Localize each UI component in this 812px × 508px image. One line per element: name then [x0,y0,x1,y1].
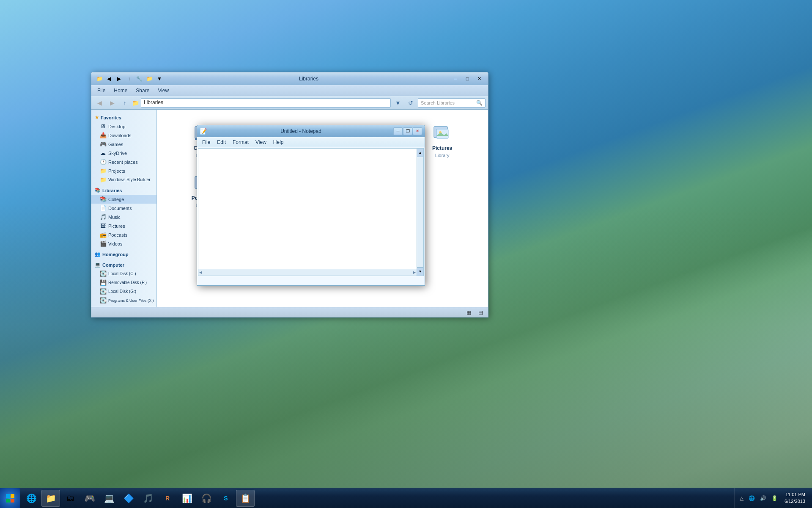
quick-access-up[interactable]: ↑ [124,75,134,83]
sidebar-section-favorites: ★ Favorites 🖥 Desktop 📥 Downloads 🎮 Game… [91,113,156,184]
search-box[interactable]: Search Libraries 🔍 [418,98,486,108]
favorites-label: Favorites [101,115,121,120]
notepad-text-input[interactable] [198,149,423,276]
quick-access-dropdown[interactable]: ▼ [155,75,164,83]
statusbar-details-btn[interactable]: ▤ [476,309,485,316]
notepad-titlebar: 📝 Untitled - Notepad ─ ❐ ✕ [197,125,425,137]
steam-icon: 🎮 [85,493,95,503]
notepad-vertical-scrollbar[interactable]: ▲ ▼ [417,149,423,276]
tray-battery-icon[interactable]: 🔋 [770,494,779,502]
taskbar-music[interactable]: 🎵 [139,490,157,507]
address-bar-input[interactable]: Libraries [141,98,391,108]
recent-icon: 🕐 [100,159,106,165]
sidebar-item-local-g[interactable]: 💽 Local Disk (G:) [91,287,156,296]
pictures-library-name: Pictures [432,145,452,151]
taskbar-vs2[interactable]: 🔷 [119,490,138,507]
tray-clock[interactable]: 11:01 PM 6/12/2013 [781,491,809,505]
tray-volume-icon[interactable]: 🔊 [758,494,768,502]
notepad-minimize-button[interactable]: ─ [393,127,403,135]
sidebar-item-local-g-label: Local Disk (G:) [108,289,136,294]
sidebar-item-wsb[interactable]: 📁 Windows Style Builder [91,175,156,184]
sidebar-item-programs-x[interactable]: 💽 Programs & User Files (X:) [91,296,156,305]
sidebar-item-local-c[interactable]: 💽 Local Disk (C:) [91,269,156,278]
sidebar-item-pictures-label: Pictures [108,224,125,229]
desktop-icon: 🖥 [100,123,106,130]
notepad-menu-edit[interactable]: Edit [214,138,229,146]
sidebar-section-network: 🌐 Network [91,306,156,307]
menu-share[interactable]: Share [132,86,154,95]
start-button[interactable] [0,488,20,508]
notepad-window-title: Untitled - Notepad [208,128,393,134]
scroll-right-arrow[interactable]: ▶ [413,271,416,274]
taskbar-resharper[interactable]: R [158,490,177,507]
explorer-minimize-button[interactable]: ─ [450,75,461,83]
taskbar-skype[interactable]: S [217,490,235,507]
notepad-horizontal-scrollbar[interactable]: ◀ ▶ [198,269,417,276]
sidebar-item-downloads[interactable]: 📥 Downloads [91,131,156,140]
sidebar-item-skydrive[interactable]: ☁ SkyDrive [91,149,156,157]
notepad-menu-help[interactable]: Help [270,138,287,146]
quick-access-forward[interactable]: ▶ [114,75,123,83]
sidebar-item-college-label: College [108,197,124,202]
sidebar-libraries-header[interactable]: 📚 Libraries [91,186,156,195]
podcasts-lib-icon: 📻 [100,232,106,238]
address-dropdown-button[interactable]: ▼ [392,98,403,108]
notepad-taskbar-icon: 📋 [240,493,251,503]
taskbar-file-manager[interactable]: 🗂 [61,490,80,507]
notepad-close-button[interactable]: ✕ [413,127,422,135]
nav-back-button[interactable]: ◀ [94,98,105,108]
nav-forward-button[interactable]: ▶ [107,98,118,108]
downloads-icon: 📥 [100,132,106,138]
sidebar-item-desktop[interactable]: 🖥 Desktop [91,122,156,131]
scroll-left-arrow[interactable]: ◀ [199,271,202,274]
statusbar-large-icons-btn[interactable]: ▦ [464,309,473,316]
taskbar-explorer[interactable]: 📁 [41,490,60,507]
sidebar-item-games[interactable]: 🎮 Games [91,140,156,149]
explorer-addressbar: ◀ ▶ ↑ 📁 Libraries ▼ ↺ Search Libraries 🔍 [91,96,488,110]
tray-notification-arrow[interactable]: △ [738,494,745,502]
sidebar-item-college[interactable]: 📚 College [91,195,156,204]
sidebar-item-projects[interactable]: 📁 Projects [91,166,156,175]
sidebar-network-header[interactable]: 🌐 Network [91,306,156,307]
menu-view[interactable]: View [154,86,173,95]
notepad-app-icon: 📝 [200,128,207,135]
sidebar-item-downloads-label: Downloads [108,133,131,138]
sidebar-item-games-label: Games [108,142,123,147]
sidebar-item-recent[interactable]: 🕐 Recent places [91,157,156,166]
sidebar-item-documents[interactable]: 📄 Documents [91,204,156,213]
refresh-button[interactable]: ↺ [405,98,416,108]
taskbar-steam[interactable]: 🎮 [80,490,99,507]
taskbar-podcasts[interactable]: 🎧 [197,490,216,507]
notepad-content-area: ▲ ▼ ◀ ▶ [198,148,424,276]
tray-network-icon[interactable]: 🌐 [747,494,757,502]
quick-access-back[interactable]: ◀ [104,75,113,83]
sidebar-computer-header[interactable]: 💻 Computer [91,260,156,269]
notepad-menu-file[interactable]: File [199,138,214,146]
explorer-icon: 📁 [46,493,56,503]
libraries-header-icon: 📚 [95,188,101,193]
notepad-menu-view[interactable]: View [252,138,270,146]
sidebar-item-pictures[interactable]: 🖼 Pictures [91,221,156,230]
sidebar-item-videos[interactable]: 🎬 Videos [91,239,156,248]
notepad-restore-button[interactable]: ❐ [403,127,412,135]
sidebar-item-music[interactable]: 🎵 Music [91,213,156,221]
sidebar-item-documents-label: Documents [108,206,132,211]
nav-up-button[interactable]: ↑ [119,98,130,108]
sidebar-favorites-header[interactable]: ★ Favorites [91,113,156,122]
explorer-close-button[interactable]: ✕ [474,75,485,83]
taskbar-notepad[interactable]: 📋 [236,490,255,507]
skype-icon: S [224,495,228,502]
sidebar-homegroup-header[interactable]: 👥 Homegroup [91,250,156,259]
taskbar-chrome[interactable]: 🌐 [22,490,41,507]
quick-access-properties[interactable]: 🔧 [134,75,144,83]
notepad-menu-format[interactable]: Format [229,138,252,146]
sidebar-item-podcasts[interactable]: 📻 Podcasts [91,230,156,239]
quick-access-newfolder[interactable]: 📁 [145,75,154,83]
system-tray: △ 🌐 🔊 🔋 11:01 PM 6/12/2013 [734,488,812,508]
sidebar-item-removable-f[interactable]: 💾 Removable Disk (F:) [91,278,156,287]
menu-home[interactable]: Home [110,86,132,95]
menu-file[interactable]: File [93,86,110,95]
taskbar-vs[interactable]: 💻 [100,490,118,507]
explorer-maximize-button[interactable]: □ [462,75,473,83]
taskbar-app5[interactable]: 📊 [178,490,196,507]
